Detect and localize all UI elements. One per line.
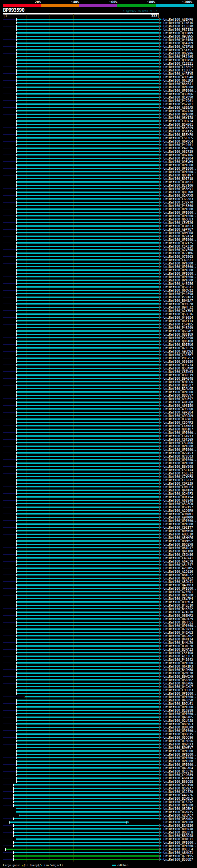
alignment-bar <box>17 222 159 223</box>
alignment-end-tick <box>159 851 159 854</box>
subject-extends-arrow-icon <box>160 215 162 217</box>
subject-extends-arrow-icon <box>160 807 162 810</box>
subject-extends-arrow-icon <box>160 408 162 410</box>
subject-overhang-left <box>3 277 16 277</box>
subject-extends-arrow-icon <box>160 563 162 566</box>
alignment-end-tick <box>159 448 159 451</box>
subject-extends-arrow-icon <box>160 455 162 458</box>
alignment-end-tick <box>159 431 159 434</box>
alignment-bar <box>17 344 159 345</box>
alignment-bar <box>17 567 159 569</box>
subject-extends-arrow-icon <box>160 116 162 119</box>
subject-extends-arrow-icon <box>160 79 162 82</box>
alignment-end-tick <box>159 150 159 153</box>
alignment-bar <box>17 632 159 633</box>
alignment-bar <box>17 666 159 667</box>
subject-overhang-left <box>3 575 16 575</box>
subject-extends-arrow-icon <box>160 333 162 336</box>
subject-extends-arrow-icon <box>160 55 162 58</box>
subject-extends-arrow-icon <box>160 540 162 542</box>
alignment-end-tick <box>159 648 159 651</box>
subject-overhang-left <box>3 270 16 270</box>
alignment-end-tick <box>159 838 159 841</box>
subject-extends-arrow-icon <box>160 269 162 271</box>
subject-overhang-left <box>3 534 16 534</box>
alignment-end-tick <box>159 45 159 48</box>
alignment-bar <box>17 557 159 559</box>
subject-extends-arrow-icon <box>160 384 162 386</box>
alignment-end-tick <box>159 313 159 316</box>
subject-extends-arrow-icon <box>160 567 162 569</box>
alignment-bar <box>14 818 159 819</box>
subject-overhang-left <box>3 121 16 121</box>
alignment-bar <box>14 835 159 836</box>
subject-overhang-left <box>3 236 16 237</box>
alignment-end-tick <box>159 103 159 105</box>
scale-segment-60% <box>79 4 117 7</box>
alignment-end-tick <box>159 807 159 810</box>
subject-overhang-left <box>3 764 16 765</box>
subject-extends-arrow-icon <box>160 157 162 159</box>
subject-extends-arrow-icon <box>160 716 162 718</box>
alignment-end-tick <box>159 72 159 75</box>
subject-extends-arrow-icon <box>160 425 162 427</box>
scale-segment-100% <box>156 4 194 7</box>
alignment-bar <box>17 612 159 613</box>
alignment-end-tick <box>159 811 159 813</box>
subject-extends-arrow-icon <box>160 584 162 586</box>
alignment-end-tick <box>159 520 159 522</box>
alignment-end-tick <box>159 567 159 570</box>
alignment-bar <box>17 520 159 521</box>
subject-overhang-left <box>3 751 16 751</box>
alignment-end-tick <box>159 652 159 654</box>
alignment-bar <box>17 534 159 535</box>
alignment-bar <box>17 547 159 548</box>
subject-overhang-left <box>3 466 16 467</box>
alignment-end-tick <box>159 120 159 123</box>
subject-overhang-left <box>3 453 16 453</box>
alignment-end-tick <box>159 489 159 492</box>
subject-extends-arrow-icon <box>160 645 162 647</box>
subject-overhang-left <box>3 527 16 528</box>
alignment-bar <box>17 486 159 488</box>
alignment-bar <box>17 544 159 545</box>
subject-extends-arrow-icon <box>160 228 162 230</box>
alignment-bar <box>17 618 159 620</box>
subject-overhang-left <box>3 818 13 819</box>
alignment-end-tick <box>159 441 159 444</box>
alignment-end-tick <box>159 526 159 529</box>
subject-overhang-left <box>3 331 16 331</box>
alignment-bar <box>17 652 159 653</box>
alignment-bar <box>17 639 159 640</box>
subject-extends-arrow-icon <box>160 49 162 51</box>
alignment-end-tick <box>159 780 159 783</box>
alignment-bar <box>17 134 159 135</box>
subject-extends-arrow-icon <box>160 276 162 278</box>
alignment-bar <box>17 683 159 684</box>
subject-overhang-left <box>3 243 16 243</box>
alignment-end-tick <box>159 699 159 702</box>
alignment-end-tick <box>159 591 159 593</box>
alignment-end-tick <box>159 130 159 133</box>
subject-overhang-left <box>3 202 16 203</box>
subject-extends-arrow-icon <box>160 292 162 295</box>
alignment-end-tick <box>159 292 159 295</box>
alignment-end-tick <box>159 340 159 343</box>
subject-extends-arrow-icon <box>160 638 162 641</box>
subject-extends-arrow-icon <box>160 506 162 508</box>
alignment-bar <box>17 757 159 758</box>
alignment-end-tick <box>159 753 159 756</box>
alignment-bar <box>17 686 159 687</box>
alignment-bar <box>17 22 159 23</box>
alignment-bar <box>17 581 159 582</box>
alignment-end-tick <box>159 692 159 695</box>
subject-extends-arrow-icon <box>160 313 162 315</box>
hit-label[interactable]: UniRef100_B5B0D7 <box>163 858 193 861</box>
alignment-bar <box>17 120 159 122</box>
alignment-bar <box>17 32 159 34</box>
alignment-bar <box>17 262 159 264</box>
alignment-bar <box>17 496 159 498</box>
alignment-end-tick <box>159 557 159 559</box>
subject-extends-arrow-icon <box>160 340 162 342</box>
subject-extends-arrow-icon <box>160 28 162 31</box>
